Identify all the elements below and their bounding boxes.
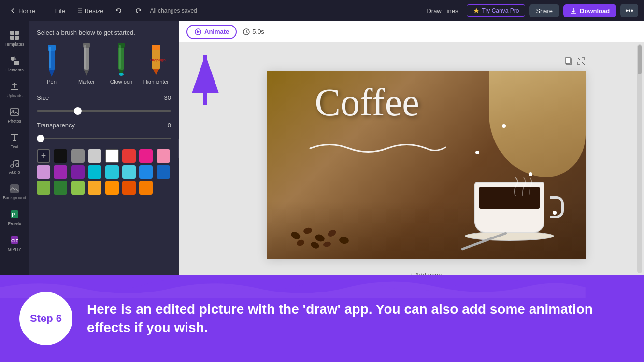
sidebar-item-background[interactable]: Background xyxy=(2,180,27,204)
sidebar-item-templates[interactable]: Templates xyxy=(2,26,27,51)
color-swatch-cyan[interactable] xyxy=(88,165,101,179)
try-canva-pro-button[interactable]: Try Canva Pro xyxy=(467,4,525,17)
expand-icon xyxy=(577,57,586,66)
brush-glow-pen[interactable]: Glow pen xyxy=(106,43,136,84)
sidebar-item-text[interactable]: Text xyxy=(2,128,27,153)
add-color-button[interactable]: + xyxy=(37,149,50,163)
add-page-button[interactable]: + Add page xyxy=(410,271,442,276)
brush-panel: Select a brush below to get started. Pen xyxy=(29,21,179,275)
home-button[interactable]: Home xyxy=(6,5,39,16)
undo-button[interactable] xyxy=(111,5,127,16)
size-value: 30 xyxy=(164,94,171,101)
animate-icon xyxy=(194,28,202,36)
step-number: Step 6 xyxy=(30,312,62,325)
color-swatch-deeporange[interactable] xyxy=(122,181,136,195)
annotation-arrow xyxy=(188,47,222,112)
color-swatch-darkpurple[interactable] xyxy=(71,165,85,179)
svg-rect-3 xyxy=(10,36,14,40)
file-button[interactable]: File xyxy=(51,5,69,16)
nav-divider xyxy=(45,6,45,15)
bottom-section: Step 6 Here is an edited picture with th… xyxy=(0,275,644,362)
color-swatch-pink[interactable] xyxy=(139,149,153,163)
color-swatch-orange[interactable] xyxy=(139,181,153,195)
glow-pen-brush-icon xyxy=(112,43,131,77)
svg-rect-39 xyxy=(565,58,571,63)
color-swatch-teal[interactable] xyxy=(105,165,119,179)
color-swatch-red[interactable] xyxy=(122,149,136,163)
share-button[interactable]: Share xyxy=(529,4,559,17)
svg-text:P: P xyxy=(12,212,15,218)
duplicate-page-button[interactable] xyxy=(564,57,573,67)
download-button[interactable]: Download xyxy=(563,4,616,17)
color-palette: + xyxy=(37,149,171,195)
sidebar-item-elements[interactable]: Elements xyxy=(2,52,27,76)
size-slider[interactable] xyxy=(37,110,171,112)
step-description: Here is an edited picture with the 'draw… xyxy=(87,300,644,337)
color-swatch-white[interactable] xyxy=(105,149,119,163)
size-label: Size xyxy=(37,94,49,101)
draw-lines-button[interactable]: Draw Lines xyxy=(422,5,463,16)
sidebar-item-uploads[interactable]: Uploads xyxy=(2,77,27,102)
pen-icon-container xyxy=(38,43,65,77)
svg-marker-0 xyxy=(473,8,479,13)
wave-drawing xyxy=(305,139,460,158)
color-swatch-darkblue[interactable] xyxy=(157,165,170,179)
brush-pen[interactable]: Pen xyxy=(37,43,67,84)
chevron-left-icon xyxy=(10,7,16,14)
sidebar-item-giphy[interactable]: GIF GIPHY xyxy=(2,231,27,255)
svg-rect-24 xyxy=(84,45,86,69)
color-swatch-black[interactable] xyxy=(54,149,67,163)
color-swatch-lavender[interactable] xyxy=(37,165,50,179)
color-swatch-purple[interactable] xyxy=(54,165,67,179)
duration-badge: 5.0s xyxy=(243,28,264,36)
sidebar-item-pexels[interactable]: P Pexels xyxy=(2,205,27,230)
color-swatch-lightgray[interactable] xyxy=(88,149,101,163)
color-swatch-amber[interactable] xyxy=(105,181,119,195)
svg-point-46 xyxy=(310,241,320,250)
color-swatch-lightcyan[interactable] xyxy=(122,165,136,179)
brush-highlighter[interactable]: Highlighter Highlighter xyxy=(141,43,171,84)
top-navigation: Home File Resize All changes saved Draw … xyxy=(0,0,644,21)
color-swatch-lime[interactable] xyxy=(71,181,85,195)
scrollbar-thumb[interactable] xyxy=(638,45,642,74)
sidebar-label-elements: Elements xyxy=(5,68,24,72)
save-status: All changes saved xyxy=(150,7,197,14)
svg-point-41 xyxy=(302,227,312,235)
wave-decoration xyxy=(0,275,586,298)
svg-marker-19 xyxy=(49,70,55,77)
highlighter-label: Highlighter xyxy=(143,79,169,84)
music-icon xyxy=(9,158,20,168)
color-swatch-gray[interactable] xyxy=(71,149,85,163)
more-options-button[interactable]: ••• xyxy=(620,4,638,17)
brush-marker[interactable]: Marker xyxy=(72,43,101,84)
svg-point-47 xyxy=(323,241,331,248)
add-page-bar: + Add page xyxy=(267,266,586,275)
redo-button[interactable] xyxy=(130,5,146,16)
sidebar-item-photos[interactable]: Photos xyxy=(2,103,27,127)
svg-text:Highlighter: Highlighter xyxy=(150,58,166,62)
color-swatch-blue[interactable] xyxy=(139,165,153,179)
expand-page-button[interactable] xyxy=(577,57,586,67)
giphy-icon: GIF xyxy=(9,235,20,245)
animate-button[interactable]: Animate xyxy=(186,25,237,39)
svg-rect-4 xyxy=(15,36,19,40)
sidebar-item-audio[interactable]: Audio xyxy=(2,154,27,179)
coffee-background: Coffee xyxy=(267,71,586,259)
scrollbar[interactable] xyxy=(637,44,642,273)
canvas-scroll-area[interactable]: Coffee xyxy=(179,42,644,275)
resize-button[interactable]: Resize xyxy=(73,5,108,16)
color-swatch-lightgreen[interactable] xyxy=(37,181,50,195)
marker-label: Marker xyxy=(78,79,95,84)
color-swatch-lightpink[interactable] xyxy=(157,149,170,163)
transparency-slider[interactable] xyxy=(37,138,171,139)
color-swatch-green[interactable] xyxy=(54,181,67,195)
marker-brush-icon xyxy=(77,43,96,77)
sidebar-label-uploads: Uploads xyxy=(6,93,22,98)
glow-pen-label: Glow pen xyxy=(110,79,132,84)
hide-panel-button[interactable]: ‹ xyxy=(178,139,179,158)
canvas-page-controls xyxy=(267,57,586,67)
color-swatch-yellow[interactable] xyxy=(88,181,101,195)
upload-icon xyxy=(9,81,20,92)
svg-rect-6 xyxy=(14,61,19,65)
cup-handle xyxy=(550,196,564,218)
